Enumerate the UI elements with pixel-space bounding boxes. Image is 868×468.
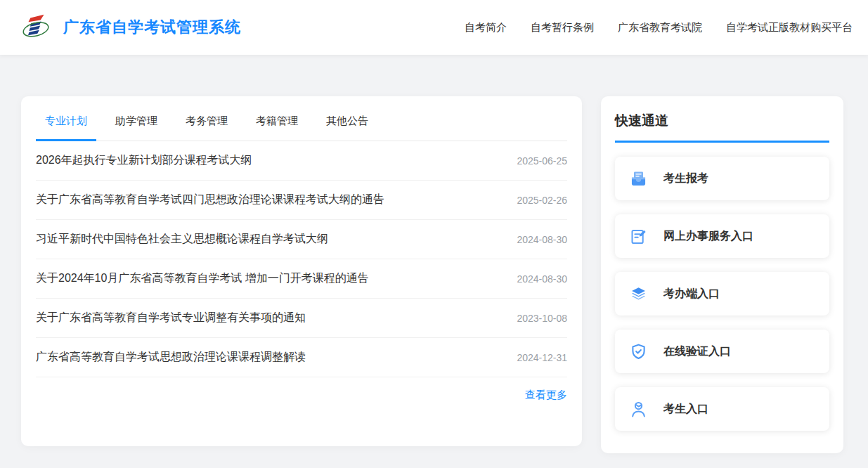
news-item-date: 2023-10-08 — [517, 313, 567, 324]
view-more-link[interactable]: 查看更多 — [525, 389, 567, 402]
news-item-date: 2024-08-30 — [517, 234, 567, 245]
tab-exam-affairs[interactable]: 考务管理 — [176, 110, 237, 141]
news-item[interactable]: 关于2024年10月广东省高等教育自学考试 增加一门开考课程的通告 2024-0… — [36, 259, 567, 299]
news-item-date: 2024-12-31 — [517, 352, 567, 363]
news-tabs: 专业计划 助学管理 考务管理 考籍管理 其他公告 — [36, 96, 567, 141]
top-header: 广东省自学考试管理系统 自考简介 自考暂行条例 广东省教育考试院 自学考试正版教… — [0, 0, 868, 55]
news-item[interactable]: 关于广东省高等教育自学考试四门思想政治理论课课程考试大纲的通告 2025-02-… — [36, 181, 567, 220]
site-title: 广东省自学考试管理系统 — [63, 17, 241, 38]
nav-link-exam-authority[interactable]: 广东省教育考试院 — [618, 21, 702, 34]
news-list: 2026年起执行专业新计划部分课程考试大纲 2025-06-25 关于广东省高等… — [36, 141, 567, 377]
user-icon — [629, 400, 648, 419]
news-item-title[interactable]: 习近平新时代中国特色社会主义思想概论课程自学考试大纲 — [36, 232, 328, 247]
nav-link-intro[interactable]: 自考简介 — [465, 21, 507, 34]
quick-link-online-verification[interactable]: 在线验证入口 — [615, 330, 829, 373]
quick-link-label: 网上办事服务入口 — [663, 229, 753, 244]
layers-icon — [629, 285, 648, 304]
news-item-title[interactable]: 广东省高等教育自学考试思想政治理论课课程调整解读 — [36, 350, 306, 365]
quick-link-candidate-entrance[interactable]: 考生入口 — [615, 387, 829, 431]
quick-link-exam-office[interactable]: 考办端入口 — [615, 272, 829, 316]
inbox-icon — [629, 169, 648, 188]
quick-channel-title: 快速通道 — [615, 112, 829, 143]
site-logo-icon — [20, 11, 52, 44]
news-panel: 专业计划 助学管理 考务管理 考籍管理 其他公告 2026年起执行专业新计划部分… — [21, 96, 582, 446]
news-item-title[interactable]: 关于广东省高等教育自学考试专业调整有关事项的通知 — [36, 311, 306, 325]
news-item[interactable]: 习近平新时代中国特色社会主义思想概论课程自学考试大纲 2024-08-30 — [36, 220, 567, 259]
tab-other-notices[interactable]: 其他公告 — [317, 110, 377, 141]
quick-link-candidate-registration[interactable]: 考生报考 — [615, 157, 829, 200]
tab-major-plan[interactable]: 专业计划 — [36, 110, 96, 141]
quick-link-online-services[interactable]: 网上办事服务入口 — [615, 214, 829, 258]
news-item[interactable]: 2026年起执行专业新计划部分课程考试大纲 2025-06-25 — [36, 141, 567, 181]
news-item-date: 2024-08-30 — [517, 273, 567, 285]
quick-link-label: 考办端入口 — [663, 287, 720, 301]
news-item[interactable]: 广东省高等教育自学考试思想政治理论课课程调整解读 2024-12-31 — [36, 338, 567, 377]
nav-link-textbook-platform[interactable]: 自学考试正版教材购买平台 — [726, 21, 853, 34]
news-item-title[interactable]: 关于广东省高等教育自学考试四门思想政治理论课课程考试大纲的通告 — [36, 193, 384, 207]
news-item[interactable]: 关于广东省高等教育自学考试专业调整有关事项的通知 2023-10-08 — [36, 299, 567, 338]
main-content: 专业计划 助学管理 考务管理 考籍管理 其他公告 2026年起执行专业新计划部分… — [0, 55, 868, 453]
news-item-title[interactable]: 2026年起执行专业新计划部分课程考试大纲 — [36, 153, 252, 168]
news-item-date: 2025-06-25 — [517, 155, 567, 167]
quick-link-label: 考生报考 — [663, 171, 708, 186]
top-nav: 自考简介 自考暂行条例 广东省教育考试院 自学考试正版教材购买平台 — [465, 21, 853, 34]
news-item-title[interactable]: 关于2024年10月广东省高等教育自学考试 增加一门开考课程的通告 — [36, 271, 369, 286]
news-footer: 查看更多 — [36, 377, 567, 413]
news-item-date: 2025-02-26 — [517, 195, 567, 206]
quick-channel-panel: 快速通道 考生报考 — [601, 96, 843, 453]
shield-check-icon — [629, 342, 648, 361]
tab-study-support[interactable]: 助学管理 — [106, 110, 167, 141]
tab-exam-records[interactable]: 考籍管理 — [247, 110, 307, 141]
nav-link-regulations[interactable]: 自考暂行条例 — [531, 21, 594, 34]
form-edit-icon — [629, 227, 648, 246]
brand: 广东省自学考试管理系统 — [20, 11, 241, 44]
quick-link-label: 考生入口 — [663, 402, 708, 417]
quick-link-label: 在线验证入口 — [663, 344, 731, 359]
